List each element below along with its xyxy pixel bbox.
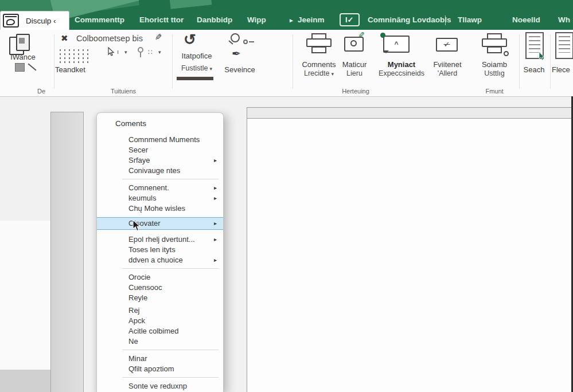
submenu-arrow-icon: ▸ <box>214 193 217 203</box>
tab-9[interactable]: Wh <box>558 11 570 30</box>
pen-icon[interactable]: ✎ <box>155 32 162 42</box>
tab-iv-button[interactable]: I✓ <box>340 13 360 26</box>
menu-item-label: Comnenent. <box>128 183 169 192</box>
printer-icon-part <box>482 38 507 47</box>
tab-1[interactable]: Commmenttp <box>75 11 124 30</box>
tab-8[interactable]: Noeelld <box>512 11 540 30</box>
submenu-arrow-icon: ▸ <box>214 234 217 245</box>
menu-item[interactable]: keumuls▸ <box>97 193 223 203</box>
select-cursor-icon[interactable] <box>107 47 115 57</box>
mouse-pointer <box>132 219 141 232</box>
group-label-tools: Tuituiens <box>89 88 158 95</box>
menu-item[interactable]: Toses len ityts <box>97 245 223 255</box>
teandket-button[interactable]: Teandket <box>55 65 85 74</box>
seveince-label: Seveince <box>216 65 264 74</box>
menu-item[interactable]: Minar <box>97 354 223 364</box>
menu-item[interactable]: Comnenent.▸ <box>97 183 223 193</box>
menu-item-label: Orocie <box>128 273 150 281</box>
magnifier-icon <box>231 33 240 42</box>
menu-item[interactable]: Ne <box>97 336 223 347</box>
menu-item[interactable]: Qfilt apoztiom <box>97 364 223 374</box>
tab-active[interactable]: Disculp ‹ <box>0 11 69 30</box>
green-cursor-icon <box>538 52 545 61</box>
menu-item[interactable]: Acitle colbimed <box>97 326 223 336</box>
expeccsineids-label: Expeccsineids <box>371 69 432 77</box>
group-divider <box>550 34 551 89</box>
menu-item[interactable]: Orocie <box>97 272 223 283</box>
ribbon: IWance De ✖ Colboometsep bis ✎ Teandket … <box>0 30 573 97</box>
flece-label: Flece <box>552 65 573 74</box>
context-menu: Coments Comnmend Muments Secer Srfaye▸ C… <box>96 112 224 392</box>
tab-label: Commmenttp <box>75 15 124 24</box>
menu-item[interactable]: Epol rhelj dvertunt...▸ <box>97 234 223 245</box>
menu-item[interactable]: Rej <box>97 305 223 316</box>
tab-label: Tllawp <box>458 15 482 24</box>
tab-active-label: Disculp ‹ <box>26 17 56 25</box>
clipboard-icon <box>16 34 30 51</box>
tab-label: I✓ <box>345 15 354 24</box>
menu-item-label: Sonte ve reduxnp <box>128 382 187 390</box>
pen-nib-icon: ✒ <box>232 47 241 60</box>
tab-7[interactable]: Tllawp <box>458 11 482 30</box>
tab-label: Wipp <box>247 15 266 24</box>
menu-item-label: Toses len ityts <box>128 245 176 254</box>
flag-icon: ► <box>289 17 294 23</box>
tab-label: Danbbidp <box>197 15 232 24</box>
green-pen-icon: ✎ <box>358 30 365 40</box>
chevron-down-icon: ▾ <box>210 66 213 72</box>
anchor-icon <box>140 52 141 57</box>
usttlig-label: Usttlıg <box>476 69 513 77</box>
clipboard-button-label: IWance <box>2 53 44 61</box>
vertical-scrollbar[interactable] <box>50 112 84 392</box>
tab-label: Comnināng Lovdaobls <box>368 15 451 24</box>
table-grid-icon[interactable] <box>57 48 91 63</box>
fill-square-icon[interactable] <box>15 63 25 72</box>
menu-item[interactable]: Secer <box>97 145 223 155</box>
tab-label: Wh <box>558 15 570 24</box>
fustistle-dropdown[interactable]: Fustistle▾ <box>172 64 221 72</box>
tab-3[interactable]: Danbbidp <box>197 11 232 30</box>
menu-item[interactable]: Srfaye▸ <box>97 155 223 166</box>
tab-2[interactable]: Ehorictt ttor <box>139 11 184 30</box>
fviitenet-label: Fviitenet <box>424 60 470 69</box>
close-x-icon[interactable]: ✖ <box>61 33 68 44</box>
menu-item[interactable]: Sonte ve reduxnp <box>97 381 223 391</box>
menu-item-label: Minar <box>128 354 147 363</box>
document-icon-lines <box>529 36 540 53</box>
tools-group-title: Colboometsep bis <box>76 34 143 43</box>
maticur-label: Maticur <box>334 60 375 69</box>
dots-handle-icon[interactable]: ∷ <box>148 48 153 56</box>
menu-item-label: Qfilt apoztiom <box>128 364 174 373</box>
group-label-clipboard: De <box>24 88 59 95</box>
menu-item[interactable]: Conivauge ntes <box>97 166 223 176</box>
chevron-down-icon[interactable]: ▾ <box>124 49 127 55</box>
green-dot-icon <box>380 33 385 38</box>
menu-item[interactable]: Cuensooc <box>97 283 223 293</box>
document-icon-lines <box>559 36 570 53</box>
menu-item-label: Cuensooc <box>128 283 162 292</box>
menu-item[interactable]: Apck <box>97 316 223 326</box>
tab-5[interactable]: ►Jeeinm <box>289 11 324 30</box>
soiamb-label: Soiamb <box>476 60 513 69</box>
tab-4[interactable]: Wipp <box>247 11 266 30</box>
menu-item-highlighted[interactable]: Oisovater▸ <box>97 217 223 230</box>
chevron-icon: ^ <box>394 40 398 48</box>
lrecidte-label: Lrecidte <box>304 69 329 77</box>
menu-item-label: ddven a chuoice <box>128 256 183 264</box>
chevron-down-icon[interactable]: ▾ <box>158 49 161 55</box>
menu-item[interactable]: Comnmend Muments <box>97 135 223 145</box>
menu-item[interactable]: Chų Mohe wisles <box>97 203 223 214</box>
menu-item-label: Comnmend Muments <box>128 135 200 144</box>
menu-item[interactable]: ddven a chuoice▸ <box>97 255 223 265</box>
printer-icon <box>482 33 507 55</box>
menu-item-label: Reyle <box>128 293 147 302</box>
small-i-icon: ı <box>117 48 119 55</box>
seach-label: Seach <box>517 65 551 74</box>
tab-6[interactable]: Comnināng Lovdaobls <box>368 11 451 30</box>
group-divider <box>519 34 520 89</box>
document-canvas[interactable] <box>247 107 571 392</box>
line-tool-icon[interactable] <box>28 63 36 70</box>
menu-item[interactable]: Reyle <box>97 293 223 303</box>
menu-item-label: Acitle colbimed <box>128 327 178 335</box>
green-texture-shape <box>169 0 212 9</box>
